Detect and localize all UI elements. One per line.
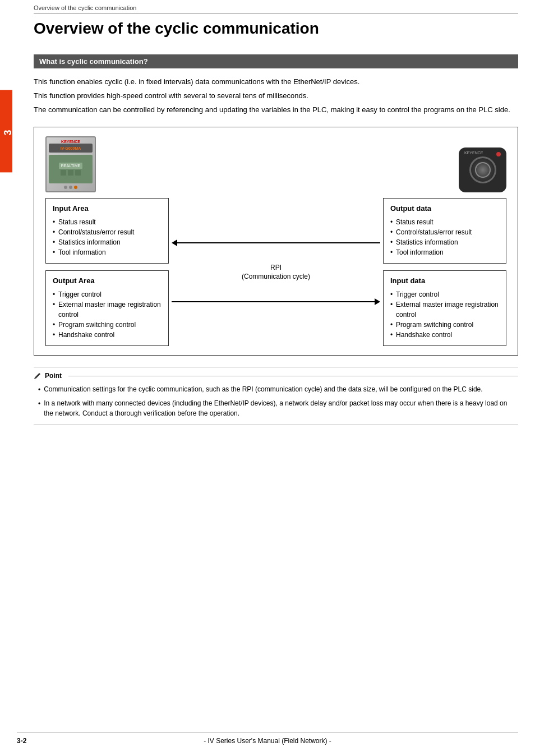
input-area-item-3: Statistics information (53, 237, 162, 247)
arrow-row-left (172, 239, 380, 246)
output-area-item-4: Handshake control (53, 330, 162, 340)
point-section: Point Communication settings for the cyc… (34, 367, 518, 425)
point-section-divider (34, 424, 518, 425)
camera-brand: KEYENCE (464, 151, 483, 155)
output-data-title: Output data (390, 204, 499, 213)
output-data-item-4: Tool information (390, 247, 499, 257)
input-data-box: Input data Trigger control External mast… (383, 270, 506, 346)
input-data-item-3: Program switching control (390, 320, 499, 330)
input-area-list: Status result Control/status/error resul… (53, 217, 162, 257)
input-data-item-2: External master image registration contr… (390, 299, 499, 320)
arrow-head-right (375, 298, 380, 305)
point-bullet-2: In a network with many connected devices… (34, 398, 518, 418)
camera-indicator (496, 152, 501, 156)
section-header: What is cyclic communication? (34, 54, 518, 68)
right-boxes: Output data Status result Control/status… (383, 198, 506, 346)
output-data-item-2: Control/status/error result (390, 227, 499, 237)
diagram: KEYENCE IV-G000MA REALTIME (34, 127, 518, 356)
side-tab: 3 Cyclic communication (0, 90, 12, 172)
boxes-and-arrows: Input Area Status result Control/status/… (45, 198, 506, 346)
input-data-title: Input data (390, 276, 499, 285)
footer-center-text: - IV Series User's Manual (Field Network… (204, 737, 331, 745)
footer-page-num: 3-2 (17, 737, 26, 745)
output-data-box: Output data Status result Control/status… (383, 198, 506, 264)
plc-top-bar: IV-G000MA (49, 144, 93, 153)
output-area-list: Trigger control External master image re… (53, 289, 162, 340)
point-bullet-1: Communication settings for the cyclic co… (34, 384, 518, 395)
plc-dots (49, 186, 93, 189)
arrow-line-left (177, 242, 380, 243)
camera-visual: KEYENCE (459, 147, 506, 192)
input-data-item-1: Trigger control (390, 289, 499, 299)
input-area-item-1: Status result (53, 217, 162, 227)
input-area-title: Input Area (53, 204, 162, 213)
breadcrumb: Overview of the cyclic communication (34, 0, 518, 14)
devices-row: KEYENCE IV-G000MA REALTIME (45, 136, 506, 192)
input-area-item-4: Tool information (53, 247, 162, 257)
page-footer: 3-2 - IV Series User's Manual (Field Net… (17, 732, 518, 745)
input-area-item-2: Control/status/error result (53, 227, 162, 237)
plc-brand: KEYENCE (49, 140, 93, 144)
arrow-row-right (172, 298, 380, 305)
output-area-box: Output Area Trigger control External mas… (45, 270, 169, 346)
output-area-item-2: External master image registration contr… (53, 299, 162, 320)
point-label: Point (45, 372, 62, 380)
arrow-head-left (172, 239, 177, 246)
plc-device: KEYENCE IV-G000MA REALTIME (45, 136, 96, 192)
camera-lens-inner (475, 162, 491, 178)
plc-visual: KEYENCE IV-G000MA REALTIME (45, 136, 96, 192)
point-header: Point (34, 372, 518, 380)
body-text-3: The communication can be controlled by r… (34, 104, 518, 116)
page-title: Overview of the cyclic communication (34, 20, 518, 43)
body-text-2: This function provides high-speed contro… (34, 90, 518, 102)
rpi-label: RPI (Communication cycle) (242, 263, 310, 282)
output-data-item-1: Status result (390, 217, 499, 227)
arrow-line-right (172, 301, 375, 302)
output-data-list: Status result Control/status/error resul… (390, 217, 499, 257)
point-icon (34, 372, 41, 380)
output-area-item-3: Program switching control (53, 320, 162, 330)
camera-lens (469, 156, 496, 183)
left-boxes: Input Area Status result Control/status/… (45, 198, 169, 346)
input-data-item-4: Handshake control (390, 330, 499, 340)
input-data-list: Trigger control External master image re… (390, 289, 499, 340)
output-area-item-1: Trigger control (53, 289, 162, 299)
side-tab-label: Cyclic communication (16, 95, 24, 167)
input-area-box: Input Area Status result Control/status/… (45, 198, 169, 264)
body-text-1: This function enables cyclic (i.e. in fi… (34, 76, 518, 88)
output-data-item-3: Statistics information (390, 237, 499, 247)
center-arrows: RPI (Communication cycle) (169, 198, 383, 346)
output-area-title: Output Area (53, 276, 162, 285)
plc-screen: REALTIME (49, 155, 93, 183)
camera-device: KEYENCE (459, 147, 506, 192)
side-tab-number: 3 (2, 130, 14, 136)
